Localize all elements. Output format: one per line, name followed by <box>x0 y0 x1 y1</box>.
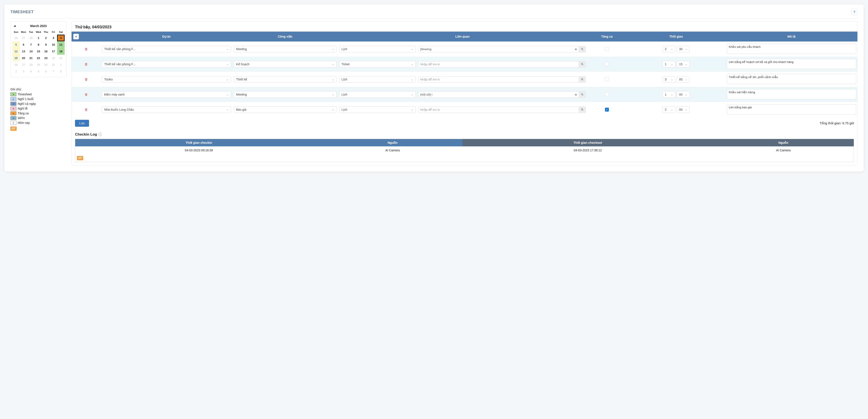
clear-related-button[interactable]: ⊗ <box>573 46 579 52</box>
calendar-day[interactable]: 16 <box>42 48 50 55</box>
delete-row-button[interactable] <box>73 93 99 96</box>
hours-select[interactable]: 1⌄ <box>662 61 675 67</box>
calendar-day[interactable]: 28 <box>27 61 35 68</box>
project-select[interactable]: Nhà thuốc Long Châu⌄ <box>102 107 231 113</box>
calendar-day[interactable]: 7 <box>50 68 57 75</box>
hours-select[interactable]: 2⌄ <box>662 46 675 52</box>
calendar-day[interactable]: 8 <box>35 41 42 48</box>
related-type-select[interactable]: Ticket⌄ <box>339 61 415 67</box>
calendar-day[interactable]: 27 <box>20 35 27 41</box>
calendar-day[interactable]: 12 <box>12 48 20 55</box>
search-related-button[interactable] <box>579 61 586 67</box>
ot-checkbox[interactable] <box>605 92 609 96</box>
calendar-day[interactable]: 28 <box>27 35 35 41</box>
clear-related-button[interactable]: ⊗ <box>573 91 579 98</box>
related-type-select[interactable]: Lịch⌄ <box>339 76 415 83</box>
hours-select[interactable]: 3⌄ <box>662 76 675 83</box>
calendar-day[interactable]: 13 <box>20 48 27 55</box>
related-input[interactable] <box>418 76 579 83</box>
task-select[interactable]: Meeting⌄ <box>234 46 337 52</box>
calendar-day[interactable]: 1 <box>57 61 65 68</box>
calendar-day[interactable]: 26 <box>12 61 20 68</box>
search-related-button[interactable] <box>579 76 586 83</box>
calendar-day[interactable]: 18 <box>57 48 65 55</box>
minutes-select[interactable]: 00⌄ <box>677 91 690 98</box>
calendar-day[interactable]: 8 <box>57 68 65 75</box>
project-select[interactable]: Thiết kế văn phòng F…⌄ <box>102 61 231 67</box>
search-related-button[interactable] <box>579 91 586 98</box>
calendar-day[interactable]: 23 <box>42 55 50 61</box>
related-type-select[interactable]: Lịch⌄ <box>339 91 415 98</box>
related-input[interactable] <box>418 61 579 67</box>
ci-header-outsrc: Nguồn <box>713 139 854 147</box>
task-select[interactable]: Thiết kế⌄ <box>234 76 337 83</box>
ot-checkbox[interactable] <box>605 47 609 51</box>
task-select[interactable]: Meeting⌄ <box>234 91 337 98</box>
hours-select[interactable]: 1⌄ <box>662 91 675 98</box>
calendar-day[interactable]: 6 <box>42 68 50 75</box>
search-related-button[interactable] <box>579 46 586 52</box>
calendar-day[interactable]: 6 <box>20 41 27 48</box>
calendar-day[interactable]: 5 <box>12 41 20 48</box>
ot-checkbox[interactable] <box>605 62 609 66</box>
minutes-select[interactable]: 30⌄ <box>677 46 690 52</box>
search-related-button[interactable] <box>579 107 586 113</box>
hours-select[interactable]: 2⌄ <box>662 107 675 113</box>
calendar-day[interactable]: 15 <box>35 48 42 55</box>
calendar-day[interactable]: 25 <box>57 55 65 61</box>
project-select[interactable]: Thiết kế văn phòng F…⌄ <box>102 46 231 52</box>
calendar-day[interactable]: 11 <box>57 41 65 48</box>
project-select[interactable]: Điện máy xanh⌄ <box>102 91 231 98</box>
task-select[interactable]: Kế hoạch⌄ <box>234 61 337 67</box>
related-input[interactable] <box>418 46 573 52</box>
description-textarea[interactable] <box>727 44 856 54</box>
calendar-day[interactable]: 19 <box>12 55 20 61</box>
calendar-day[interactable]: 24 <box>50 55 57 61</box>
calendar-day[interactable]: 2 <box>12 68 20 75</box>
minutes-select[interactable]: 00⌄ <box>677 76 690 83</box>
delete-row-button[interactable] <box>73 48 99 51</box>
calendar-day[interactable]: 14 <box>27 48 35 55</box>
related-input[interactable] <box>418 91 573 98</box>
calendar-prev-button[interactable]: ◀ <box>13 24 16 27</box>
minutes-select[interactable]: 15⌄ <box>677 61 690 67</box>
calendar-day[interactable]: 30 <box>42 61 50 68</box>
calendar-day[interactable]: 2 <box>42 35 50 41</box>
calendar-day[interactable]: 9 <box>42 41 50 48</box>
description-textarea[interactable] <box>727 59 856 69</box>
calendar-day[interactable]: 7 <box>27 41 35 48</box>
calendar-day[interactable]: 26 <box>12 35 20 41</box>
description-textarea[interactable] <box>727 104 856 114</box>
project-select[interactable]: Tosiko⌄ <box>102 76 231 83</box>
delete-row-button[interactable] <box>73 108 99 111</box>
calendar-day[interactable]: 29 <box>35 61 42 68</box>
task-select[interactable]: Báo giá⌄ <box>234 107 337 113</box>
delete-row-button[interactable] <box>73 78 99 81</box>
calendar-day[interactable]: 4 <box>27 68 35 75</box>
calendar-day[interactable]: 20 <box>20 55 27 61</box>
calendar-day[interactable]: 4 <box>57 35 65 41</box>
related-input[interactable] <box>418 107 579 113</box>
calendar-day[interactable]: 3 <box>20 68 27 75</box>
calendar-day[interactable]: 27 <box>20 61 27 68</box>
calendar-day[interactable]: 17 <box>50 48 57 55</box>
help-button[interactable]: ? <box>851 9 858 15</box>
description-textarea[interactable] <box>727 74 856 84</box>
calendar-day[interactable]: 5 <box>35 68 42 75</box>
delete-row-button[interactable] <box>73 63 99 66</box>
save-button[interactable]: Lưu <box>75 120 89 127</box>
calendar-day[interactable]: 10 <box>50 41 57 48</box>
minutes-select[interactable]: 00⌄ <box>677 107 690 113</box>
related-type-select[interactable]: Lịch⌄ <box>339 46 415 52</box>
description-textarea[interactable] <box>727 89 856 99</box>
calendar-day[interactable]: 21 <box>27 55 35 61</box>
info-icon[interactable]: i <box>98 133 102 136</box>
related-type-select[interactable]: Lịch⌄ <box>339 107 415 113</box>
ot-checkbox[interactable]: ✓ <box>605 108 609 112</box>
add-row-button[interactable]: + <box>73 34 79 39</box>
calendar-day[interactable]: 22 <box>35 55 42 61</box>
ot-checkbox[interactable] <box>605 77 609 81</box>
calendar-day[interactable]: 31 <box>50 61 57 68</box>
calendar-day[interactable]: 3 <box>50 35 57 41</box>
calendar-day[interactable]: 1 <box>35 35 42 41</box>
